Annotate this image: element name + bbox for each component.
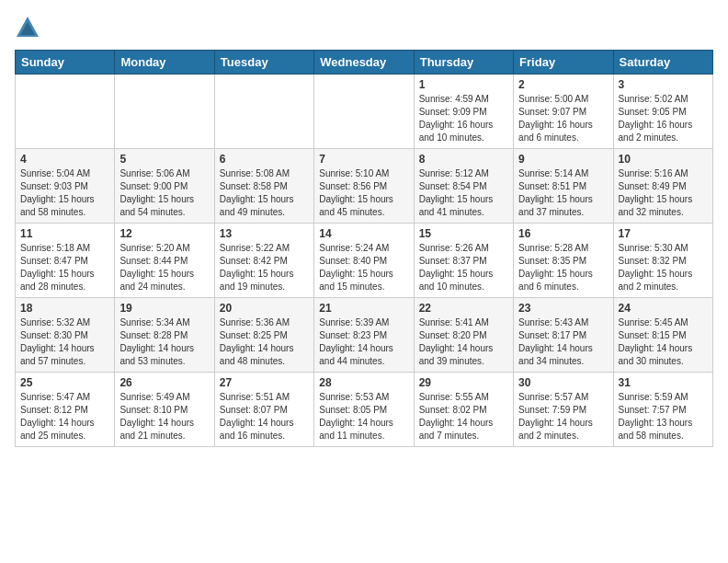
day-info: Sunrise: 5:45 AM Sunset: 8:15 PM Dayligh… <box>619 317 693 366</box>
week-row-5: 25Sunrise: 5:47 AM Sunset: 8:12 PM Dayli… <box>16 373 713 447</box>
calendar-cell: 11Sunrise: 5:18 AM Sunset: 8:47 PM Dayli… <box>16 224 115 298</box>
day-number: 9 <box>518 153 608 166</box>
day-info: Sunrise: 5:43 AM Sunset: 8:17 PM Dayligh… <box>518 317 593 366</box>
column-header-wednesday: Wednesday <box>314 51 414 75</box>
calendar-cell: 7Sunrise: 5:10 AM Sunset: 8:56 PM Daylig… <box>314 149 414 224</box>
day-info: Sunrise: 5:59 AM Sunset: 7:57 PM Dayligh… <box>619 392 693 441</box>
day-info: Sunrise: 4:59 AM Sunset: 9:09 PM Dayligh… <box>419 94 494 143</box>
column-header-saturday: Saturday <box>613 51 712 75</box>
day-number: 26 <box>119 376 209 389</box>
week-row-1: 1Sunrise: 4:59 AM Sunset: 9:09 PM Daylig… <box>16 75 713 149</box>
day-info: Sunrise: 5:57 AM Sunset: 7:59 PM Dayligh… <box>518 392 593 441</box>
calendar-cell: 22Sunrise: 5:41 AM Sunset: 8:20 PM Dayli… <box>414 298 513 373</box>
day-number: 27 <box>220 376 309 389</box>
week-row-4: 18Sunrise: 5:32 AM Sunset: 8:30 PM Dayli… <box>16 298 713 373</box>
calendar-cell: 20Sunrise: 5:36 AM Sunset: 8:25 PM Dayli… <box>214 298 313 373</box>
calendar-cell: 14Sunrise: 5:24 AM Sunset: 8:40 PM Dayli… <box>314 224 414 298</box>
day-number: 11 <box>20 227 109 240</box>
calendar-cell: 1Sunrise: 4:59 AM Sunset: 9:09 PM Daylig… <box>414 75 513 149</box>
day-number: 15 <box>419 227 508 240</box>
day-number: 8 <box>419 153 508 166</box>
calendar-cell: 4Sunrise: 5:04 AM Sunset: 9:03 PM Daylig… <box>16 149 115 224</box>
day-number: 1 <box>419 78 508 91</box>
calendar-cell: 27Sunrise: 5:51 AM Sunset: 8:07 PM Dayli… <box>214 373 313 447</box>
day-info: Sunrise: 5:26 AM Sunset: 8:37 PM Dayligh… <box>419 243 494 292</box>
day-info: Sunrise: 5:04 AM Sunset: 9:03 PM Dayligh… <box>20 168 95 217</box>
day-info: Sunrise: 5:20 AM Sunset: 8:44 PM Dayligh… <box>119 243 194 292</box>
day-info: Sunrise: 5:41 AM Sunset: 8:20 PM Dayligh… <box>419 317 494 366</box>
calendar-cell: 13Sunrise: 5:22 AM Sunset: 8:42 PM Dayli… <box>214 224 313 298</box>
calendar-cell: 24Sunrise: 5:45 AM Sunset: 8:15 PM Dayli… <box>613 298 712 373</box>
calendar-cell <box>314 75 414 149</box>
column-header-thursday: Thursday <box>414 51 513 75</box>
calendar-cell: 10Sunrise: 5:16 AM Sunset: 8:49 PM Dayli… <box>613 149 712 224</box>
day-info: Sunrise: 5:49 AM Sunset: 8:10 PM Dayligh… <box>119 392 194 441</box>
week-row-3: 11Sunrise: 5:18 AM Sunset: 8:47 PM Dayli… <box>16 224 713 298</box>
day-info: Sunrise: 5:22 AM Sunset: 8:42 PM Dayligh… <box>220 243 294 292</box>
day-info: Sunrise: 5:14 AM Sunset: 8:51 PM Dayligh… <box>518 168 593 217</box>
day-number: 10 <box>619 153 708 166</box>
day-number: 16 <box>518 227 608 240</box>
calendar-cell: 25Sunrise: 5:47 AM Sunset: 8:12 PM Dayli… <box>16 373 115 447</box>
calendar-cell: 21Sunrise: 5:39 AM Sunset: 8:23 PM Dayli… <box>314 298 414 373</box>
day-number: 28 <box>319 376 408 389</box>
calendar-cell: 6Sunrise: 5:08 AM Sunset: 8:58 PM Daylig… <box>214 149 313 224</box>
day-number: 18 <box>20 302 109 315</box>
calendar-cell <box>214 75 313 149</box>
calendar-cell: 23Sunrise: 5:43 AM Sunset: 8:17 PM Dayli… <box>514 298 613 373</box>
day-info: Sunrise: 5:00 AM Sunset: 9:07 PM Dayligh… <box>518 94 593 143</box>
day-info: Sunrise: 5:18 AM Sunset: 8:47 PM Dayligh… <box>20 243 95 292</box>
day-info: Sunrise: 5:24 AM Sunset: 8:40 PM Dayligh… <box>319 243 393 292</box>
page-header <box>15 15 713 40</box>
day-number: 25 <box>20 376 109 389</box>
day-number: 24 <box>619 302 708 315</box>
day-info: Sunrise: 5:08 AM Sunset: 8:58 PM Dayligh… <box>220 168 294 217</box>
day-number: 3 <box>619 78 708 91</box>
day-info: Sunrise: 5:32 AM Sunset: 8:30 PM Dayligh… <box>20 317 95 366</box>
calendar-cell: 18Sunrise: 5:32 AM Sunset: 8:30 PM Dayli… <box>16 298 115 373</box>
day-number: 22 <box>419 302 508 315</box>
day-number: 4 <box>20 153 109 166</box>
day-info: Sunrise: 5:51 AM Sunset: 8:07 PM Dayligh… <box>220 392 294 441</box>
calendar-cell: 19Sunrise: 5:34 AM Sunset: 8:28 PM Dayli… <box>115 298 214 373</box>
day-number: 19 <box>119 302 209 315</box>
day-info: Sunrise: 5:34 AM Sunset: 8:28 PM Dayligh… <box>119 317 194 366</box>
day-number: 31 <box>619 376 708 389</box>
day-info: Sunrise: 5:53 AM Sunset: 8:05 PM Dayligh… <box>319 392 393 441</box>
calendar-cell: 16Sunrise: 5:28 AM Sunset: 8:35 PM Dayli… <box>514 224 613 298</box>
column-header-monday: Monday <box>115 51 214 75</box>
calendar-table: SundayMondayTuesdayWednesdayThursdayFrid… <box>15 50 713 447</box>
day-number: 6 <box>220 153 309 166</box>
calendar-cell: 30Sunrise: 5:57 AM Sunset: 7:59 PM Dayli… <box>514 373 613 447</box>
day-number: 2 <box>518 78 608 91</box>
calendar-cell: 9Sunrise: 5:14 AM Sunset: 8:51 PM Daylig… <box>514 149 613 224</box>
column-header-sunday: Sunday <box>16 51 115 75</box>
day-info: Sunrise: 5:16 AM Sunset: 8:49 PM Dayligh… <box>619 168 693 217</box>
calendar-cell: 5Sunrise: 5:06 AM Sunset: 9:00 PM Daylig… <box>115 149 214 224</box>
day-info: Sunrise: 5:10 AM Sunset: 8:56 PM Dayligh… <box>319 168 393 217</box>
calendar-cell: 2Sunrise: 5:00 AM Sunset: 9:07 PM Daylig… <box>514 75 613 149</box>
calendar-header-row: SundayMondayTuesdayWednesdayThursdayFrid… <box>16 51 713 75</box>
day-info: Sunrise: 5:02 AM Sunset: 9:05 PM Dayligh… <box>619 94 693 143</box>
calendar-cell: 3Sunrise: 5:02 AM Sunset: 9:05 PM Daylig… <box>613 75 712 149</box>
day-info: Sunrise: 5:06 AM Sunset: 9:00 PM Dayligh… <box>119 168 194 217</box>
calendar-cell: 15Sunrise: 5:26 AM Sunset: 8:37 PM Dayli… <box>414 224 513 298</box>
day-number: 7 <box>319 153 408 166</box>
day-number: 14 <box>319 227 408 240</box>
day-number: 17 <box>619 227 708 240</box>
calendar-cell: 26Sunrise: 5:49 AM Sunset: 8:10 PM Dayli… <box>115 373 214 447</box>
day-info: Sunrise: 5:39 AM Sunset: 8:23 PM Dayligh… <box>319 317 393 366</box>
day-info: Sunrise: 5:12 AM Sunset: 8:54 PM Dayligh… <box>419 168 494 217</box>
day-info: Sunrise: 5:55 AM Sunset: 8:02 PM Dayligh… <box>419 392 494 441</box>
calendar-cell: 31Sunrise: 5:59 AM Sunset: 7:57 PM Dayli… <box>613 373 712 447</box>
calendar-cell: 28Sunrise: 5:53 AM Sunset: 8:05 PM Dayli… <box>314 373 414 447</box>
day-info: Sunrise: 5:47 AM Sunset: 8:12 PM Dayligh… <box>20 392 95 441</box>
day-number: 5 <box>119 153 209 166</box>
calendar-cell: 8Sunrise: 5:12 AM Sunset: 8:54 PM Daylig… <box>414 149 513 224</box>
day-number: 20 <box>220 302 309 315</box>
day-info: Sunrise: 5:28 AM Sunset: 8:35 PM Dayligh… <box>518 243 593 292</box>
logo <box>15 15 44 40</box>
column-header-tuesday: Tuesday <box>214 51 313 75</box>
calendar-cell: 17Sunrise: 5:30 AM Sunset: 8:32 PM Dayli… <box>613 224 712 298</box>
calendar-cell: 12Sunrise: 5:20 AM Sunset: 8:44 PM Dayli… <box>115 224 214 298</box>
